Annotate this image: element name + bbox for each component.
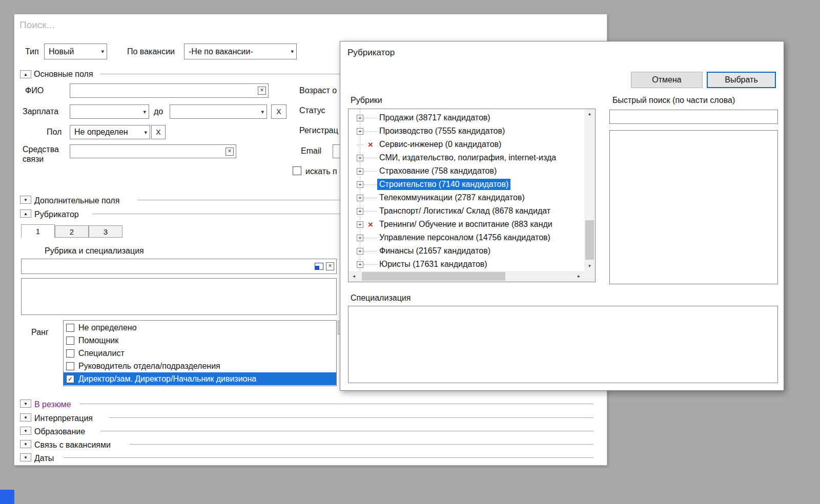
expand-vacancy-link-section-button[interactable]: ▼ [20,440,31,448]
fio-input[interactable] [70,86,258,95]
rank-option[interactable]: Не определено [64,321,336,334]
scroll-down-icon[interactable]: ▼ [584,261,595,271]
search-by-checkbox[interactable] [293,166,301,175]
tree-item-label: Продажи (38717 кандидатов) [377,112,493,123]
scroll-right-icon[interactable]: ► [573,271,584,281]
expand-additional-fields-button[interactable]: ▼ [20,196,31,204]
horizontal-scrollbar[interactable]: ◄ ► [348,271,584,282]
clear-icon[interactable]: × [258,87,266,95]
contacts-input[interactable] [70,147,225,156]
fio-field[interactable]: × [70,83,269,98]
cancel-button[interactable]: Отмена [631,72,703,88]
status-label: Статус [299,106,325,115]
salary-clear-button[interactable]: X [271,104,286,119]
tree-item-label: Тренинги/ Обучение и воспитание (883 кан… [377,219,555,230]
rank-listbox[interactable]: Не определено Помощник Специалист Руково… [63,320,337,386]
expand-icon[interactable]: + [357,168,363,175]
tree-row[interactable]: + Производство (7555 кандидатов) [348,124,584,138]
tree-row[interactable]: + Управление персоналом (14756 кандидато… [348,231,584,244]
tree-row[interactable]: + Телекоммуникации (2787 кандидатов) [348,191,584,204]
tree-row[interactable]: + Продажи (38717 кандидатов) [348,111,584,124]
expand-icon[interactable]: + [357,235,363,241]
collapse-down-icon: ▼ [24,198,28,202]
rubricator-tab-3[interactable]: 3 [89,225,122,238]
salary-to-combobox[interactable]: ▾ [170,104,267,119]
type-combobox[interactable]: Новый ▾ [44,44,107,59]
rank-option[interactable]: Руководитель отдела/подразделения [64,360,336,372]
tree-item-label: Страхование (758 кандидатов) [377,165,499,177]
expand-icon[interactable]: + [357,261,363,268]
collapse-rubricator-button[interactable]: ▲ [20,209,31,218]
expand-icon[interactable]: + [357,248,363,255]
tree-row[interactable]: + СМИ, издательство, полиграфия, interne… [348,151,584,164]
checkbox-icon[interactable] [66,362,74,370]
specialization-label: Специализация [351,293,411,303]
rubric-selection-list[interactable] [21,278,337,315]
interpretation-section-label: Интерпретация [34,414,93,423]
expand-icon[interactable]: + [357,128,363,135]
expand-icon[interactable]: + [357,155,363,161]
clear-icon[interactable]: × [225,148,234,156]
checkbox-checked-icon[interactable]: ✓ [66,375,74,383]
scroll-left-icon[interactable]: ◄ [348,271,359,281]
clear-icon[interactable]: × [326,262,334,270]
rubrics-tree[interactable]: + Продажи (38717 кандидатов) + Производс… [348,109,596,282]
expand-icon[interactable]: + [357,208,363,215]
expand-resume-section-button[interactable]: ▼ [20,400,31,408]
education-section-label: Образование [34,427,85,436]
expand-education-section-button[interactable]: ▼ [20,427,31,435]
quick-search-input[interactable] [610,112,777,121]
rubric-field[interactable]: × [21,259,337,274]
tree-connector [364,264,377,265]
gender-clear-button[interactable]: X [151,125,166,139]
collapse-main-fields-button[interactable]: ▲ [20,70,31,78]
vertical-scroll-thumb[interactable] [585,220,594,260]
rubric-spec-label: Рубрика и специализация [45,246,144,256]
rubricator-tab-1[interactable]: 1 [21,224,55,238]
checkbox-icon[interactable] [66,324,74,332]
horizontal-scroll-thumb[interactable] [362,272,505,281]
taskbar-start-button[interactable] [0,490,14,504]
tree-connector [364,158,377,158]
rubricator-tab-2[interactable]: 2 [55,225,89,238]
by-vacancy-combobox[interactable]: -Не по вакансии- ▾ [184,44,297,59]
checkbox-icon[interactable] [66,337,74,345]
tree-row[interactable]: + × Тренинги/ Обучение и воспитание (883… [348,218,584,231]
tree-row[interactable]: × Сервис-инженер (0 кандидатов) [348,138,584,151]
rubric-input[interactable] [22,262,315,271]
scroll-up-icon[interactable]: ▲ [584,109,595,119]
rank-label: Ранг [31,328,49,337]
expand-icon[interactable]: + [357,115,363,121]
tree-row[interactable]: + Страхование (758 кандидатов) [348,164,584,178]
tree-row[interactable]: + Финансы (21657 кандидатов) [348,244,584,258]
vertical-scrollbar[interactable]: ▲ ▼ [584,109,595,271]
tree-row[interactable]: + Юристы (17631 кандидатов) [348,258,584,271]
rank-option-selected[interactable]: ✓ Директор/зам. Директор/Начальник дивиз… [64,372,336,385]
expand-icon[interactable]: + [357,195,363,201]
checkbox-icon[interactable] [66,349,74,358]
search-by-checkbox-label: искать п [305,167,337,176]
salary-from-combobox[interactable]: ▾ [70,104,149,119]
quick-search-results-list[interactable] [609,130,778,284]
open-rubricator-icon[interactable] [315,263,323,270]
tab-label: 2 [70,227,74,236]
tree-row-selected[interactable]: + Строительство (7140 кандидатов) [348,178,584,191]
expand-icon[interactable]: + [357,181,363,188]
section-divider [64,457,593,458]
rank-option-label: Директор/зам. Директор/Начальник дивизио… [78,374,256,384]
expand-interpretation-section-button[interactable]: ▼ [20,413,31,422]
section-divider [109,417,593,418]
rank-option[interactable]: Помощник [64,334,336,347]
main-fields-section-label: Основные поля [34,70,93,79]
chevron-down-icon: ▾ [140,109,146,115]
quick-search-field[interactable] [609,110,778,124]
contacts-field[interactable]: × [70,144,236,158]
tree-row[interactable]: + Транспорт/ Логистика/ Склад (8678 канд… [348,204,584,218]
gender-combobox[interactable]: Не определен ▾ [70,125,150,139]
chevron-down-icon: ▾ [141,129,147,136]
specialization-list[interactable] [348,306,778,383]
expand-dates-section-button[interactable]: ▼ [20,453,31,461]
rank-option[interactable]: Специалист [64,347,336,360]
select-button[interactable]: Выбрать [707,72,776,88]
expand-icon[interactable]: + [357,221,363,228]
